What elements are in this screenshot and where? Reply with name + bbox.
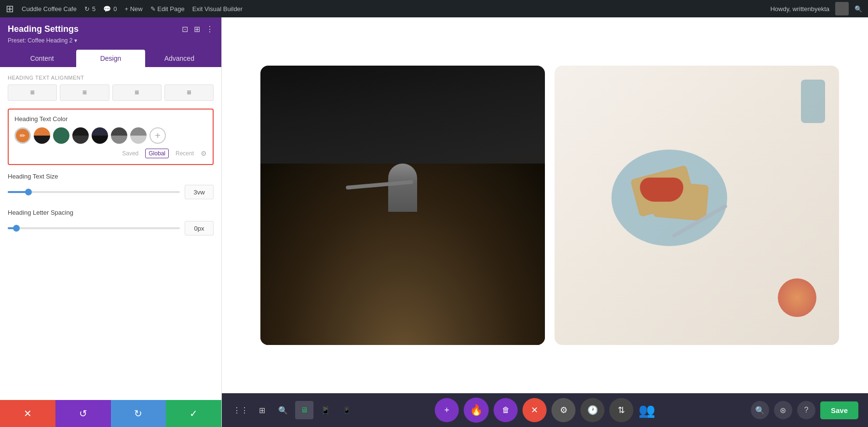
text-size-slider-row: 3vw [8, 185, 214, 199]
color-swatches: ✏ + [14, 127, 207, 144]
toast-image [555, 66, 839, 345]
tab-content[interactable]: Content [8, 50, 76, 67]
text-size-track [8, 191, 180, 193]
updates-count: 5 [92, 5, 95, 13]
site-name[interactable]: Cuddle Coffee Cafe [22, 5, 77, 13]
align-right-btn[interactable]: ≡ [112, 84, 162, 101]
coffee-image [260, 66, 545, 345]
site-name-text: Cuddle Coffee Cafe [22, 5, 77, 13]
text-size-value[interactable]: 3vw [185, 185, 214, 199]
portability-btn[interactable]: ⇅ [610, 398, 634, 422]
color-swatch-2[interactable] [53, 127, 69, 144]
alignment-row: ≡ ≡ ≡ ≡ [8, 84, 214, 101]
main-area: Heading Settings ⊡ ⊞ ⋮ Preset: Coffee He… [0, 17, 868, 427]
comments-item[interactable]: 💬 0 [103, 5, 117, 13]
people-icon: 👥 [638, 403, 655, 418]
save-button[interactable]: Save [820, 401, 858, 419]
new-button[interactable]: + New [124, 5, 142, 13]
builder-menu-btn[interactable]: ⋮⋮ [231, 401, 250, 419]
exit-visual-builder-button[interactable]: Exit Visual Builder [192, 5, 243, 13]
align-justify-btn[interactable]: ≡ [164, 84, 214, 101]
letter-spacing-label: Heading Letter Spacing [8, 209, 214, 216]
add-module-btn[interactable]: + [435, 398, 459, 422]
builder-wireframe-btn[interactable]: ⊞ [253, 401, 271, 419]
letter-spacing-slider-row: 0px [8, 221, 214, 235]
panel-actions: ✕ ↺ ↻ ✓ [0, 400, 221, 427]
delete-module-btn[interactable]: 🗑 [494, 398, 518, 422]
color-section: Heading Text Color ✏ [8, 109, 214, 165]
panel-tabs: Content Design Advanced [8, 50, 214, 67]
builder-right: 🔍 ⊛ ? Save [751, 401, 858, 419]
color-gear-icon[interactable]: ⚙ [201, 150, 207, 157]
builder-mobile-btn[interactable]: 📱 [338, 401, 356, 419]
search-pages-btn[interactable]: 🔍 [751, 401, 769, 419]
pencil-icon: ✏ [20, 132, 26, 139]
community-btn[interactable]: 👥 [638, 402, 655, 418]
color-tab-global[interactable]: Global [145, 149, 169, 158]
color-swatch-active[interactable]: ✏ [14, 127, 31, 144]
color-swatch-5[interactable] [111, 127, 127, 144]
help-btn[interactable]: ? [797, 401, 815, 419]
align-left-btn[interactable]: ≡ [8, 84, 57, 101]
letter-spacing-value[interactable]: 0px [185, 221, 214, 235]
comments-count: 0 [113, 5, 117, 13]
color-tab-saved[interactable]: Saved [122, 150, 138, 157]
avatar[interactable] [835, 2, 849, 15]
alignment-label: Heading Text Alignment [8, 75, 214, 81]
panel-body: Heading Text Alignment ≡ ≡ ≡ ≡ Heading T… [0, 67, 221, 400]
letter-spacing-section: Heading Letter Spacing 0px [8, 209, 214, 235]
builder-tablet-btn[interactable]: 📱 [316, 401, 335, 419]
wp-logo-icon[interactable]: ⊞ [6, 3, 14, 14]
layers-btn[interactable]: ⊛ [774, 401, 792, 419]
redo-button[interactable]: ↻ [111, 400, 166, 427]
builder-search-btn[interactable]: 🔍 [274, 401, 292, 419]
expand-icon[interactable]: ⊞ [194, 25, 200, 34]
confirm-button[interactable]: ✓ [166, 400, 221, 427]
color-swatch-6[interactable] [130, 127, 147, 144]
settings-btn[interactable]: ⚙ [552, 398, 576, 422]
panel-preset[interactable]: Preset: Coffee Heading 2 ▾ [8, 37, 214, 44]
color-swatch-3[interactable] [72, 127, 89, 144]
settings-panel: Heading Settings ⊡ ⊞ ⋮ Preset: Coffee He… [0, 17, 222, 427]
letter-spacing-thumb[interactable] [13, 225, 20, 232]
admin-bar-right: Howdy, writtenbyekta 🔍 [770, 2, 862, 15]
color-section-title: Heading Text Color [14, 115, 207, 123]
builder-bar: ⋮⋮ ⊞ 🔍 🖥 📱 📱 + 🔥 🗑 ✕ ⚙ 🕐 ⇅ 👥 [222, 393, 868, 427]
updates-item[interactable]: ↻ 5 [84, 5, 95, 13]
updates-icon: ↻ [84, 5, 90, 13]
text-size-section: Heading Text Size 3vw [8, 173, 214, 199]
history-btn[interactable]: 🕐 [581, 398, 605, 422]
divi-btn[interactable]: 🔥 [464, 398, 489, 423]
image-grid [222, 17, 868, 393]
panel-header-icons: ⊡ ⊞ ⋮ [182, 25, 214, 34]
more-icon[interactable]: ⋮ [206, 25, 214, 34]
builder-desktop-btn[interactable]: 🖥 [295, 401, 313, 419]
edit-page-button[interactable]: ✎ Edit Page [150, 5, 185, 13]
comments-icon: 💬 [103, 5, 111, 13]
cancel-button[interactable]: ✕ [0, 400, 55, 427]
panel-header-top: Heading Settings ⊡ ⊞ ⋮ [8, 24, 214, 34]
panel-title: Heading Settings [8, 24, 79, 34]
search-icon[interactable]: 🔍 [854, 5, 862, 13]
reset-button[interactable]: ↺ [55, 400, 111, 427]
admin-bar: ⊞ Cuddle Coffee Cafe ↻ 5 💬 0 + New ✎ Edi… [0, 0, 868, 17]
panel-header: Heading Settings ⊡ ⊞ ⋮ Preset: Coffee He… [0, 17, 221, 67]
howdy-text: Howdy, writtenbyekta [770, 5, 829, 13]
canvas-area: ng ee, ew. [222, 17, 868, 427]
tab-design[interactable]: Design [76, 50, 145, 67]
text-size-label: Heading Text Size [8, 173, 214, 180]
color-swatch-4[interactable] [92, 127, 108, 144]
color-swatch-1[interactable] [34, 127, 50, 144]
minimize-icon[interactable]: ⊡ [182, 25, 188, 34]
color-tabs-row: Saved Global Recent ⚙ [14, 149, 207, 158]
color-tab-recent[interactable]: Recent [176, 150, 194, 157]
tab-advanced[interactable]: Advanced [145, 50, 214, 67]
close-module-btn[interactable]: ✕ [523, 398, 547, 422]
add-color-btn[interactable]: + [149, 127, 166, 144]
text-size-thumb[interactable] [25, 189, 32, 195]
align-center-btn[interactable]: ≡ [60, 84, 109, 101]
builder-center-btns: + 🔥 🗑 ✕ ⚙ 🕐 ⇅ 👥 [435, 398, 655, 423]
letter-spacing-track [8, 227, 180, 229]
